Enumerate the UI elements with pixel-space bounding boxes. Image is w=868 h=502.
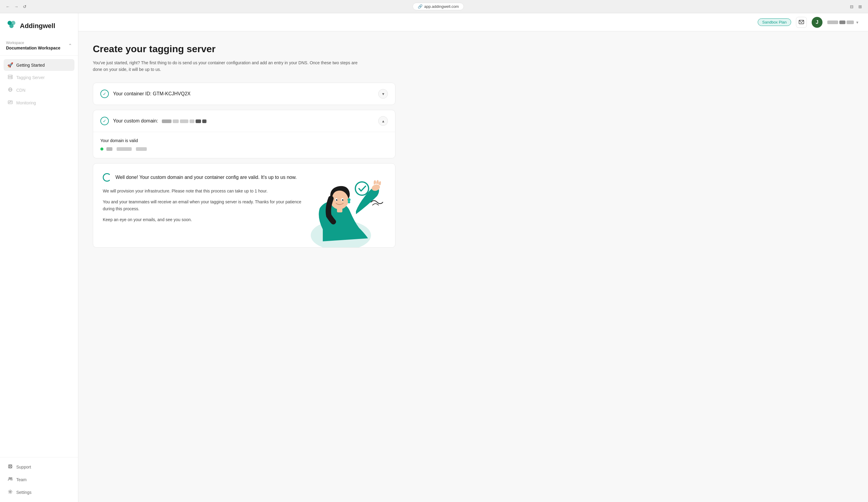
well-done-card: Well done! Your custom domain and your c… (93, 163, 395, 248)
svg-point-24 (348, 198, 351, 201)
app-header: Sandbox Plan J ▾ (79, 13, 868, 31)
custom-domain-card: ✓ Your custom domain: (93, 110, 395, 158)
domain-blur-3 (180, 119, 188, 123)
success-illustration (299, 175, 383, 248)
domain-info-blur-3 (136, 147, 147, 151)
custom-domain-card-body: Your domain is valid (93, 132, 395, 158)
url-text: app.addingwell.com (424, 4, 459, 9)
domain-info (100, 147, 388, 151)
custom-domain-card-header[interactable]: ✓ Your custom domain: (93, 110, 395, 132)
workspace-chevron-icon: ⌃ (68, 43, 72, 49)
domain-card-chevron-icon[interactable]: ▴ (378, 116, 388, 126)
sidebar-item-support[interactable]: Support (3, 461, 74, 473)
sidebar-item-cdn: CDN (3, 84, 74, 96)
user-name-blurred (827, 21, 854, 24)
url-bar-inner[interactable]: 🔗 app.addingwell.com (413, 3, 464, 10)
sidebar: Addingwell Workspace Documentation Works… (0, 13, 79, 502)
sidebar-item-settings[interactable]: Settings (3, 486, 74, 499)
container-card-chevron-icon[interactable]: ▾ (378, 89, 388, 99)
main-content: Create your tagging server You've just s… (79, 31, 868, 502)
page-subtitle: You've just started, right? The first th… (93, 59, 364, 73)
support-icon (7, 464, 13, 470)
browser-controls: ← → ↺ (5, 3, 28, 10)
svg-point-6 (11, 78, 12, 79)
sidebar-item-label: Team (16, 477, 27, 482)
svg-point-5 (11, 76, 12, 76)
user-menu-chevron-icon: ▾ (856, 20, 858, 25)
svg-point-19 (10, 491, 11, 493)
domain-info-blur-1 (106, 147, 112, 151)
domain-blur-5 (196, 119, 201, 123)
logo-icon (6, 19, 17, 32)
server-icon (7, 74, 13, 81)
keepeye-text: Keep an eye on your emails, and see you … (103, 216, 308, 223)
back-button[interactable]: ← (5, 3, 11, 10)
monitoring-icon (7, 100, 13, 106)
domain-blurred (162, 119, 206, 123)
sidebar-item-monitoring: Monitoring (3, 97, 74, 109)
url-icon: 🔗 (418, 4, 423, 9)
sidebar-item-label: Support (16, 465, 31, 470)
sidebar-bottom: Support Team (0, 457, 78, 502)
domain-blur-4 (189, 119, 194, 123)
container-id-title: Your container ID: GTM-KCJHVQ2X (113, 91, 190, 97)
blur-name-2 (839, 21, 845, 24)
browser-split-view[interactable]: ⊞ (857, 3, 863, 10)
browser-chrome: ← → ↺ 🔗 app.addingwell.com ⊟ ⊞ (0, 0, 868, 13)
sidebar-item-label: Tagging Server (16, 75, 45, 80)
forward-button[interactable]: → (13, 3, 19, 10)
card-header-left: ✓ Your container ID: GTM-KCJHVQ2X (100, 90, 190, 98)
browser-right: ⊟ ⊞ (849, 3, 863, 10)
sandbox-plan-badge[interactable]: Sandbox Plan (758, 18, 791, 26)
globe-icon (7, 87, 13, 93)
custom-domain-title: Your custom domain: (113, 118, 206, 124)
domain-check-icon: ✓ (100, 117, 109, 125)
provision-text: We will provision your infrastructure. P… (103, 188, 308, 194)
svg-rect-30 (337, 208, 342, 212)
settings-icon (7, 489, 13, 495)
sidebar-item-team[interactable]: Team (3, 474, 74, 486)
refresh-button[interactable]: ↺ (22, 3, 28, 10)
workspace-label: Workspace (6, 41, 60, 45)
page-title: Create your tagging server (93, 43, 395, 54)
container-id-card-header[interactable]: ✓ Your container ID: GTM-KCJHVQ2X ▾ (93, 83, 395, 105)
svg-point-31 (355, 182, 369, 195)
sidebar-item-tagging-server: Tagging Server (3, 71, 74, 83)
svg-point-12 (10, 466, 11, 467)
email-text: You and your teammates will receive an e… (103, 199, 308, 212)
svg-point-2 (9, 24, 13, 28)
app-container: Addingwell Workspace Documentation Works… (0, 13, 868, 502)
main-inner: Create your tagging server You've just s… (79, 31, 410, 264)
sidebar-item-getting-started[interactable]: 🚀 Getting Started (3, 59, 74, 71)
sidebar-item-label: Getting Started (16, 63, 45, 68)
avatar[interactable]: J (812, 17, 823, 28)
sidebar-item-label: Monitoring (16, 100, 36, 105)
workspace-info: Workspace Documentation Workspace (6, 41, 60, 50)
main-area: Sandbox Plan J ▾ Create your taggin (79, 13, 868, 502)
workspace-selector[interactable]: Workspace Documentation Workspace ⌃ (0, 37, 78, 56)
container-id-card: ✓ Your container ID: GTM-KCJHVQ2X ▾ (93, 83, 395, 105)
sidebar-item-label: CDN (16, 88, 25, 93)
blur-name-3 (847, 21, 854, 24)
browser-sidebar-toggle[interactable]: ⊟ (849, 3, 855, 10)
blur-name-1 (827, 21, 838, 24)
card-header-left-2: ✓ Your custom domain: (100, 117, 206, 125)
svg-point-28 (336, 199, 338, 201)
container-check-icon: ✓ (100, 90, 109, 98)
messages-button[interactable] (796, 17, 807, 28)
domain-blur-1 (162, 119, 172, 123)
url-bar: 🔗 app.addingwell.com (31, 3, 845, 10)
user-menu[interactable]: ▾ (827, 20, 858, 25)
sidebar-item-label: Settings (16, 490, 32, 495)
workspace-name: Documentation Workspace (6, 46, 60, 50)
svg-point-17 (9, 478, 11, 479)
rocket-icon: 🚀 (7, 62, 13, 68)
green-status-dot (100, 148, 103, 151)
domain-valid-text: Your domain is valid (100, 132, 388, 143)
domain-blur-2 (173, 119, 179, 123)
logo-text: Addingwell (20, 22, 55, 30)
svg-point-18 (11, 478, 12, 479)
sidebar-nav: 🚀 Getting Started Tagging Server (0, 56, 78, 457)
pending-spinner-icon (103, 173, 111, 182)
team-icon (7, 476, 13, 483)
